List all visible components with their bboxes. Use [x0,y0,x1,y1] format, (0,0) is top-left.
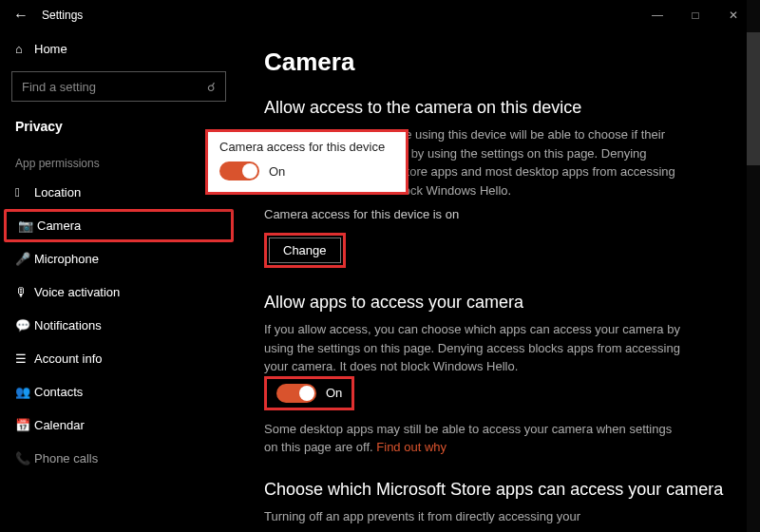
sidebar-item-phone-calls[interactable]: 📞 Phone calls [0,442,238,475]
section2-desc: If you allow access, you can choose whic… [264,320,682,376]
find-out-why-link[interactable]: Find out why [376,440,446,454]
search-placeholder: Find a setting [22,80,96,94]
apps-toggle-highlight: On [264,376,354,410]
apps-toggle-label: On [326,386,342,400]
calendar-icon: 📅 [15,418,34,432]
change-button-highlight: Change [264,233,346,268]
sidebar: ⌂ Home Find a setting ☌ Privacy App perm… [0,30,238,532]
sidebar-item-label: Voice activation [34,285,120,299]
change-button[interactable]: Change [269,238,341,263]
home-nav[interactable]: ⌂ Home [0,34,238,64]
window-title: Settings [42,9,83,22]
page-title: Camera [264,48,733,77]
section2-note: Some desktop apps may still be able to a… [264,420,682,457]
section1-title: Allow access to the camera on this devic… [264,98,733,118]
sidebar-item-label: Phone calls [34,451,98,466]
category-label: Privacy [0,109,238,143]
phone-icon: 📞 [15,451,34,466]
search-icon: ☌ [207,80,216,94]
group-label: App permissions [0,143,238,176]
maximize-button[interactable]: □ [676,9,714,22]
apps-access-toggle[interactable]: On [276,384,342,403]
sidebar-item-voice-activation[interactable]: 🎙 Voice activation [0,276,238,309]
home-label: Home [34,42,67,56]
sidebar-item-label: Camera [37,218,81,233]
scrollbar-thumb[interactable] [747,32,760,165]
sidebar-item-location[interactable]:  Location [0,176,238,209]
home-icon: ⌂ [15,42,34,56]
section2-title: Allow apps to access your camera [264,293,733,313]
sidebar-item-label: Notifications [34,318,102,332]
sidebar-item-calendar[interactable]: 📅 Calendar [0,408,238,442]
sidebar-item-label: Location [34,185,81,200]
section1-status: Camera access for this device is on [264,207,733,221]
sidebar-item-label: Contacts [34,385,83,399]
voice-icon: 🎙 [15,285,34,299]
sidebar-item-account-info[interactable]: ☰ Account info [0,342,238,375]
search-input[interactable]: Find a setting ☌ [11,71,226,102]
sidebar-item-contacts[interactable]: 👥 Contacts [0,375,238,408]
sidebar-item-notifications[interactable]: 💬 Notifications [0,309,238,342]
content-pane: Camera Allow access to the camera on thi… [238,30,760,532]
notifications-icon: 💬 [15,318,34,332]
section3-desc: Turning off an app prevents it from dire… [264,507,682,526]
account-icon: ☰ [15,352,34,366]
vertical-scrollbar[interactable] [747,0,760,532]
contacts-icon: 👥 [15,385,34,399]
sidebar-item-camera[interactable]: 📷 Camera [4,209,234,242]
sidebar-item-label: Account info [34,352,103,366]
sidebar-item-label: Calendar [34,418,85,432]
sidebar-item-microphone[interactable]: 🎤 Microphone [0,242,238,276]
device-toggle-label: On [269,164,285,179]
minimize-button[interactable]: — [638,9,676,22]
camera-icon: 📷 [18,218,37,233]
device-access-toggle[interactable]: On [219,162,394,180]
location-icon:  [15,185,34,200]
sidebar-item-label: Microphone [34,252,99,266]
section3-title: Choose which Microsoft Store apps can ac… [264,480,733,500]
microphone-icon: 🎤 [15,252,34,266]
back-button[interactable]: ← [8,7,34,24]
popup-title: Camera access for this device [219,140,394,154]
camera-access-popup: Camera access for this device On [205,129,408,195]
